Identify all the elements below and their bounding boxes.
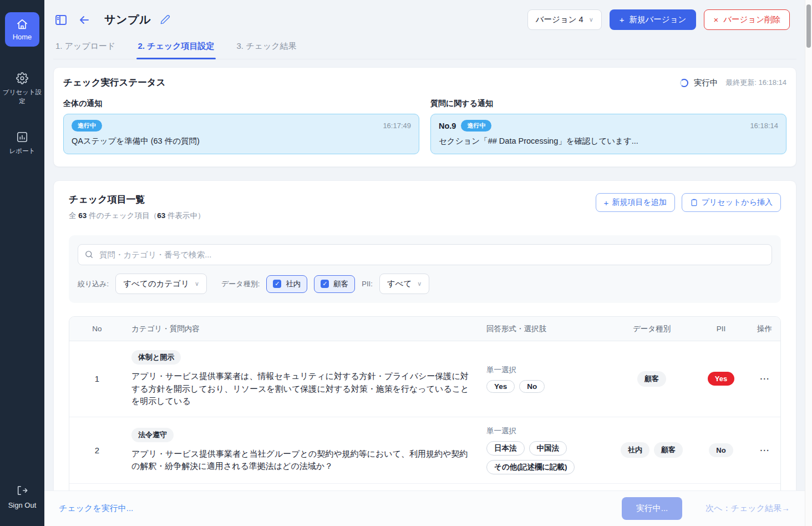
checkbox-checked-icon: ✓ <box>273 280 281 288</box>
tab-upload[interactable]: 1. アップロード <box>54 41 116 59</box>
add-item-button[interactable]: + 新規項目を追加 <box>596 193 675 212</box>
check-status-card: チェック実行ステータス 実行中 最終更新: 16:18:14 全体の通知 進行中… <box>53 67 796 167</box>
sign-out-label: Sign Out <box>8 500 37 510</box>
sidebar-toggle-button[interactable] <box>53 12 69 28</box>
overall-notification-section: 全体の通知 進行中 16:17:49 QAステップを準備中 (63 件の質問) <box>63 99 419 154</box>
datatype-filter-label: データ種別: <box>221 279 260 289</box>
running-status: 実行中 <box>694 78 718 88</box>
sidebar-preset-label: プリセット設定 <box>2 88 42 105</box>
top-bar: サンプル バージョン 4 ∨ + 新規バージョン × バージョン削除 <box>44 0 812 30</box>
delete-version-label: バージョン削除 <box>723 14 780 25</box>
search-input[interactable] <box>78 244 772 265</box>
footer-status-text: チェックを実行中... <box>59 503 133 514</box>
row-number-cell: 2 <box>69 417 125 483</box>
answer-option-chip: 中国法 <box>529 441 567 456</box>
datatype-cell: 社内顧客 <box>607 417 696 483</box>
datatype-internal-checkbox[interactable]: ✓ 社内 <box>266 275 307 293</box>
datatype-pills: 顧客 <box>637 371 666 387</box>
sidebar-item-home[interactable]: Home <box>5 12 39 47</box>
new-version-label: 新規バージョン <box>630 14 687 25</box>
overall-notification-heading: 全体の通知 <box>63 99 419 109</box>
category-filter-select[interactable]: すべてのカテゴリ ∨ <box>115 274 207 294</box>
bar-chart-icon <box>16 131 28 143</box>
answer-type-label: 単一選択 <box>486 365 601 375</box>
datatype-customer-checkbox[interactable]: ✓ 顧客 <box>314 275 355 293</box>
tab-check-item-settings[interactable]: 2. チェック項目設定 <box>136 41 215 59</box>
actions-cell: ⋯ <box>746 341 781 417</box>
version-select[interactable]: バージョン 4 ∨ <box>527 9 602 30</box>
check-items-card: チェック項目一覧 全 63 件のチェック項目（63 件表示中） + 新規項目を追… <box>53 180 796 526</box>
column-pii: PII <box>696 325 746 333</box>
items-count-summary: 全 63 件のチェック項目（63 件表示中） <box>69 211 205 221</box>
answer-type-label: 単一選択 <box>486 426 601 436</box>
pii-badge: No <box>709 443 733 457</box>
question-notification-heading: 質問に関する通知 <box>430 99 786 109</box>
version-select-value: バージョン 4 <box>536 14 583 25</box>
answer-format-cell: 単一選択YesNo <box>480 341 607 417</box>
run-check-button[interactable]: 実行中... <box>622 497 683 520</box>
home-icon <box>16 18 28 31</box>
page-title: サンプル <box>104 12 151 27</box>
question-notification-time: 16:18:14 <box>750 122 778 130</box>
logout-icon <box>16 484 28 497</box>
category-badge: 法令遵守 <box>131 428 174 442</box>
checkbox-checked-icon: ✓ <box>321 280 329 288</box>
footer-bar: チェックを実行中... 実行中... 次へ：チェック結果→ <box>44 490 812 526</box>
answer-format-cell: 単一選択日本法中国法その他(記述欄に記載) <box>480 417 607 483</box>
search-icon <box>84 250 94 259</box>
progress-badge: 進行中 <box>72 120 102 132</box>
pii-filter-select[interactable]: すべて ∨ <box>379 274 430 294</box>
sidebar-report-label: レポート <box>9 147 35 156</box>
count-text: 全 <box>69 211 78 220</box>
back-button[interactable] <box>77 12 92 28</box>
vertical-scrollbar[interactable] <box>805 0 812 526</box>
datatype-pill: 顧客 <box>654 442 683 458</box>
sign-out-button[interactable]: Sign Out <box>2 484 42 510</box>
overall-notification-box: 進行中 16:17:49 QAステップを準備中 (63 件の質問) <box>63 114 419 154</box>
pii-cell: Yes <box>696 341 746 417</box>
category-question-cell: 法令遵守アプリ・サービス提供事業者と当社グループとの契約や規約等において、利用規… <box>125 417 480 483</box>
chevron-down-icon: ∨ <box>589 16 593 23</box>
question-notification-section: 質問に関する通知 No.9 進行中 16:18:14 セクション「## Data… <box>430 99 786 154</box>
column-no: No <box>69 325 125 333</box>
row-number-cell: 1 <box>69 341 125 417</box>
datatype-pill: 社内 <box>621 442 649 458</box>
row-menu-button[interactable]: ⋯ <box>760 444 770 456</box>
plus-icon: + <box>604 199 609 207</box>
sidebar-home-label: Home <box>13 33 32 41</box>
datatype-customer-label: 顧客 <box>333 279 348 289</box>
scrollbar-thumb[interactable] <box>806 4 811 48</box>
table-row: 2法令遵守アプリ・サービス提供事業者と当社グループとの契約や規約等において、利用… <box>69 417 780 484</box>
delete-version-button[interactable]: × バージョン削除 <box>704 9 790 30</box>
datatype-cell: 顧客 <box>607 341 696 417</box>
answer-option-chip: Yes <box>486 380 515 393</box>
datatype-pills: 社内顧客 <box>621 442 683 458</box>
sidebar-item-preset-settings[interactable]: プリセット設定 <box>2 72 42 105</box>
table-row: 1体制と開示アプリ・サービス提供事業者は、情報セキュリティに対する方針・プライバ… <box>69 341 780 417</box>
step-tabs: 1. アップロード 2. チェック項目設定 3. チェック結果 <box>53 41 796 59</box>
next-step-link[interactable]: 次へ：チェック結果→ <box>706 503 790 514</box>
filter-panel: 絞り込み: すべてのカテゴリ ∨ データ種別: ✓ 社内 ✓ 顧客 PII: <box>69 235 781 303</box>
column-datatype: データ種別 <box>607 324 696 334</box>
column-answer-format: 回答形式・選択肢 <box>480 324 607 334</box>
actions-cell: ⋯ <box>746 417 781 483</box>
overall-notification-time: 16:17:49 <box>383 122 411 130</box>
content: チェック実行ステータス 実行中 最終更新: 16:18:14 全体の通知 進行中… <box>44 59 812 526</box>
clipboard-icon <box>690 198 698 207</box>
question-number: No.9 <box>439 122 456 130</box>
count-text: 件のチェック項目（ <box>87 211 157 220</box>
new-version-button[interactable]: + 新規バージョン <box>610 9 697 30</box>
progress-badge: 進行中 <box>461 120 491 132</box>
pii-filter-label: PII: <box>362 280 373 288</box>
row-menu-button[interactable]: ⋯ <box>760 373 770 385</box>
status-card-title: チェック実行ステータス <box>63 77 166 89</box>
main-area: サンプル バージョン 4 ∨ + 新規バージョン × バージョン削除 1. アッ… <box>44 0 812 526</box>
edit-title-button[interactable] <box>159 13 171 26</box>
chevron-down-icon: ∨ <box>195 280 199 287</box>
chevron-down-icon: ∨ <box>417 280 422 287</box>
tab-check-results[interactable]: 3. チェック結果 <box>236 41 298 59</box>
column-category-question: カテゴリ・質問内容 <box>125 324 480 334</box>
answer-option-chip: No <box>519 380 545 393</box>
insert-from-preset-button[interactable]: プリセットから挿入 <box>682 193 781 212</box>
sidebar-item-report[interactable]: レポート <box>2 131 42 156</box>
